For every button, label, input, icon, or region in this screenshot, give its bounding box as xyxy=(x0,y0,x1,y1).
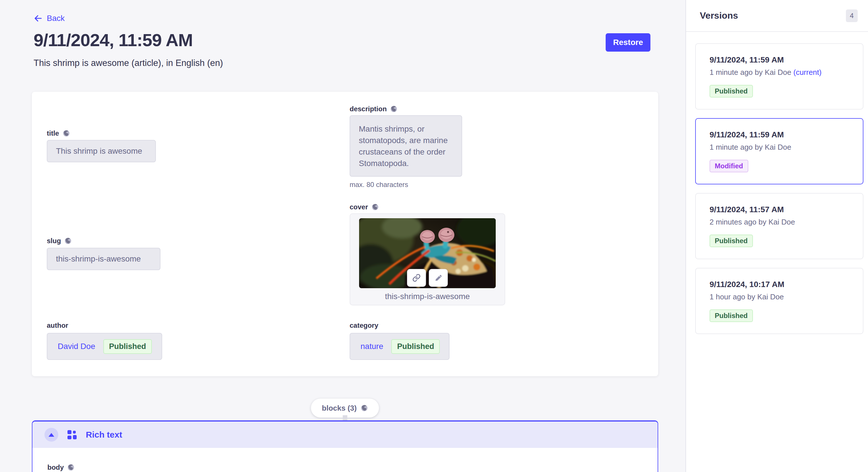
version-meta: 2 minutes ago by Kai Doe xyxy=(710,217,849,227)
author-relation-box: David Doe Published xyxy=(47,333,162,360)
back-link[interactable]: Back xyxy=(34,14,65,23)
cover-filename: this-shrimp-is-awesome xyxy=(350,292,505,301)
category-field-label: category xyxy=(350,322,378,330)
category-link[interactable]: nature xyxy=(361,342,383,351)
version-list: 9/11/2024, 11:59 AM 1 minute ago by Kai … xyxy=(686,32,868,334)
rich-text-block: Rich text body xyxy=(32,420,658,472)
component-blocks-icon xyxy=(67,430,77,440)
slug-input: this-shrimp-is-awesome xyxy=(47,248,160,270)
page-title: 9/11/2024, 11:59 AM xyxy=(34,30,193,50)
cover-actions xyxy=(407,269,448,287)
versions-sidebar-header: Versions 4 xyxy=(686,0,868,32)
body-field-label: body xyxy=(48,463,658,471)
category-relation-box: nature Published xyxy=(350,333,450,360)
back-label: Back xyxy=(47,14,65,23)
title-input: This shrimp is awesome xyxy=(47,140,156,162)
description-field-label: description xyxy=(350,105,398,113)
version-meta-text: 2 minutes ago by Kai Doe xyxy=(710,217,795,226)
slug-field-label: slug xyxy=(47,237,72,245)
description-textarea: Mantis shrimps, or stomatopods, are mari… xyxy=(350,115,462,177)
version-meta-text: 1 hour ago by Kai Doe xyxy=(710,293,784,301)
globe-icon xyxy=(67,464,74,471)
rich-text-block-header: Rich text xyxy=(32,422,658,448)
versions-count-badge: 4 xyxy=(846,9,858,22)
version-date: 9/11/2024, 10:17 AM xyxy=(710,280,849,289)
version-status-badge: Modified xyxy=(710,160,748,172)
cover-media-card: this-shrimp-is-awesome xyxy=(350,213,505,305)
title-field-label: title xyxy=(47,129,70,137)
copy-link-button[interactable] xyxy=(407,269,426,287)
cover-field-label: cover xyxy=(350,203,379,211)
version-meta: 1 minute ago by Kai Doe xyxy=(710,143,849,152)
back-arrow-icon xyxy=(34,14,43,23)
globe-icon xyxy=(63,130,70,137)
blocks-pill-label: blocks (3) xyxy=(322,404,356,413)
versions-heading: Versions xyxy=(700,10,738,21)
version-date: 9/11/2024, 11:59 AM xyxy=(710,130,849,139)
version-date: 9/11/2024, 11:59 AM xyxy=(710,55,849,65)
globe-icon xyxy=(361,404,368,412)
globe-icon xyxy=(64,237,72,245)
version-card[interactable]: 9/11/2024, 10:17 AM 1 hour ago by Kai Do… xyxy=(695,268,863,334)
globe-icon xyxy=(390,105,398,113)
version-status-badge: Published xyxy=(710,85,753,98)
version-meta: 1 minute ago by Kai Doe (current) xyxy=(710,68,849,77)
description-hint: max. 80 characters xyxy=(350,181,408,189)
edit-cover-button[interactable] xyxy=(429,269,448,287)
version-date: 9/11/2024, 11:57 AM xyxy=(710,205,849,214)
version-card[interactable]: 9/11/2024, 11:59 AM 1 minute ago by Kai … xyxy=(695,118,863,184)
chevron-up-icon xyxy=(49,433,54,437)
restore-button[interactable]: Restore xyxy=(606,33,650,52)
blocks-field-pill: blocks (3) xyxy=(311,399,379,417)
entry-form-card: title This shrimp is awesome description… xyxy=(32,92,658,376)
version-meta-text: 1 minute ago by Kai Doe xyxy=(710,68,792,76)
rich-text-block-body: body xyxy=(32,448,658,471)
collapse-block-button[interactable] xyxy=(44,428,58,442)
version-current-label: (current) xyxy=(794,68,822,76)
author-field-label: author xyxy=(47,322,68,330)
rich-text-block-title: Rich text xyxy=(86,430,122,440)
version-card[interactable]: 9/11/2024, 11:57 AM 2 minutes ago by Kai… xyxy=(695,193,863,259)
page-subtitle: This shrimp is awesome (article), in Eng… xyxy=(34,58,223,68)
version-status-badge: Published xyxy=(710,309,753,322)
version-card[interactable]: 9/11/2024, 11:59 AM 1 minute ago by Kai … xyxy=(695,43,863,109)
versions-sidebar: Versions 4 9/11/2024, 11:59 AM 1 minute … xyxy=(685,0,868,472)
version-status-badge: Published xyxy=(710,235,753,247)
globe-icon xyxy=(371,203,379,211)
author-status-badge: Published xyxy=(103,339,152,354)
version-meta: 1 hour ago by Kai Doe xyxy=(710,293,849,301)
history-page: Back 9/11/2024, 11:59 AM This shrimp is … xyxy=(0,0,868,472)
version-meta-text: 1 minute ago by Kai Doe xyxy=(710,143,792,151)
author-link[interactable]: David Doe xyxy=(58,342,95,351)
category-status-badge: Published xyxy=(391,339,440,354)
link-icon xyxy=(412,274,421,282)
pencil-icon xyxy=(434,274,443,282)
